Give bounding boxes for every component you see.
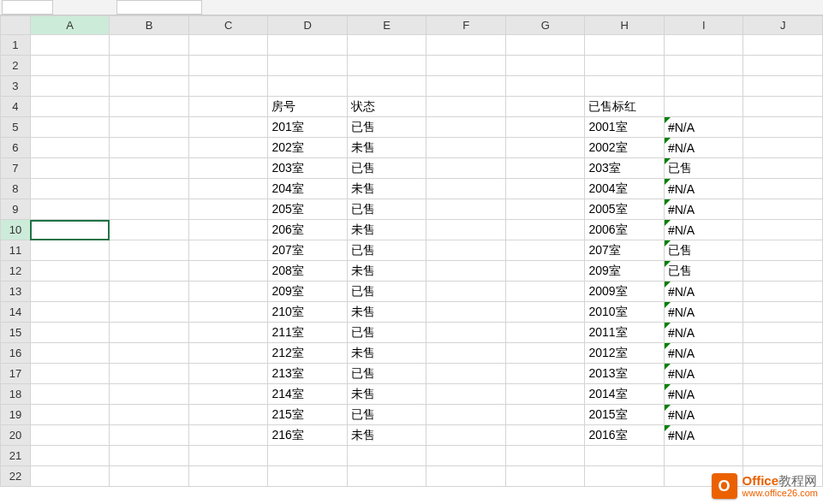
cell-D18[interactable]: 214室 <box>268 384 348 405</box>
cell-A6[interactable] <box>30 138 110 158</box>
col-header-A[interactable]: A <box>30 16 110 35</box>
cell-G4[interactable] <box>505 97 585 117</box>
cell-G6[interactable] <box>505 138 585 158</box>
cell-D13[interactable]: 209室 <box>268 282 348 302</box>
row-header-6[interactable]: 6 <box>1 138 31 158</box>
cell-C13[interactable] <box>188 282 268 302</box>
cell-B19[interactable] <box>110 405 189 425</box>
cell-H21[interactable] <box>585 446 665 466</box>
cell-B20[interactable] <box>110 425 189 446</box>
cell-D4[interactable]: 房号 <box>268 97 348 117</box>
cell-H7[interactable]: 203室 <box>585 158 665 179</box>
cell-G10[interactable] <box>505 220 585 240</box>
cell-C8[interactable] <box>188 179 268 199</box>
cell-F22[interactable] <box>426 466 506 487</box>
cell-I14[interactable]: #N/A <box>664 302 743 323</box>
col-header-D[interactable]: D <box>268 16 348 35</box>
cell-B7[interactable] <box>110 158 189 179</box>
cell-A10[interactable] <box>30 220 110 240</box>
cell-C2[interactable] <box>188 56 268 76</box>
row-header-9[interactable]: 9 <box>1 199 31 220</box>
cell-E5[interactable]: 已售 <box>347 117 426 138</box>
cell-J1[interactable] <box>743 35 823 56</box>
cell-J22[interactable] <box>743 466 823 487</box>
name-box[interactable] <box>2 0 53 15</box>
cell-B14[interactable] <box>110 302 189 323</box>
cell-H1[interactable] <box>585 35 665 56</box>
cell-G2[interactable] <box>505 56 585 76</box>
cell-J9[interactable] <box>743 199 823 220</box>
cell-F13[interactable] <box>426 282 506 302</box>
cell-C17[interactable] <box>188 364 268 384</box>
cell-H22[interactable] <box>585 466 665 487</box>
cell-B6[interactable] <box>110 138 189 158</box>
cell-J19[interactable] <box>743 405 823 425</box>
cell-A8[interactable] <box>30 179 110 199</box>
cell-B11[interactable] <box>110 240 189 261</box>
cell-I20[interactable]: #N/A <box>664 425 743 446</box>
row-header-1[interactable]: 1 <box>1 35 31 56</box>
cell-G1[interactable] <box>505 35 585 56</box>
row-header-10[interactable]: 10 <box>1 220 31 240</box>
cell-F20[interactable] <box>426 425 506 446</box>
cell-I17[interactable]: #N/A <box>664 364 743 384</box>
cell-C18[interactable] <box>188 384 268 405</box>
cell-G11[interactable] <box>505 240 585 261</box>
cell-G13[interactable] <box>505 282 585 302</box>
cell-I5[interactable]: #N/A <box>664 117 743 138</box>
cell-E8[interactable]: 未售 <box>347 179 426 199</box>
cell-E10[interactable]: 未售 <box>347 220 426 240</box>
cell-E18[interactable]: 未售 <box>347 384 426 405</box>
cell-E6[interactable]: 未售 <box>347 138 426 158</box>
cell-C7[interactable] <box>188 158 268 179</box>
cell-D14[interactable]: 210室 <box>268 302 348 323</box>
row-header-20[interactable]: 20 <box>1 425 31 446</box>
cell-B22[interactable] <box>110 466 189 487</box>
cell-I19[interactable]: #N/A <box>664 405 743 425</box>
cell-J4[interactable] <box>743 97 823 117</box>
cell-I1[interactable] <box>664 35 743 56</box>
cell-B8[interactable] <box>110 179 189 199</box>
cell-H18[interactable]: 2014室 <box>585 384 665 405</box>
cell-F21[interactable] <box>426 446 506 466</box>
cell-J20[interactable] <box>743 425 823 446</box>
cell-F16[interactable] <box>426 343 506 364</box>
cell-D16[interactable]: 212室 <box>268 343 348 364</box>
cell-C22[interactable] <box>188 466 268 487</box>
cell-H13[interactable]: 2009室 <box>585 282 665 302</box>
cell-A7[interactable] <box>30 158 110 179</box>
cell-J8[interactable] <box>743 179 823 199</box>
row-header-15[interactable]: 15 <box>1 323 31 343</box>
cell-A4[interactable] <box>30 97 110 117</box>
cell-D17[interactable]: 213室 <box>268 364 348 384</box>
cell-B1[interactable] <box>110 35 189 56</box>
cell-A21[interactable] <box>30 446 110 466</box>
cell-J13[interactable] <box>743 282 823 302</box>
cell-H12[interactable]: 209室 <box>585 261 665 282</box>
row-header-16[interactable]: 16 <box>1 343 31 364</box>
cell-B15[interactable] <box>110 323 189 343</box>
row-header-11[interactable]: 11 <box>1 240 31 261</box>
cell-B18[interactable] <box>110 384 189 405</box>
row-header-14[interactable]: 14 <box>1 302 31 323</box>
cell-B12[interactable] <box>110 261 189 282</box>
cell-D22[interactable] <box>268 466 348 487</box>
cell-G12[interactable] <box>505 261 585 282</box>
cell-E2[interactable] <box>347 56 426 76</box>
cell-E7[interactable]: 已售 <box>347 158 426 179</box>
cell-D10[interactable]: 206室 <box>268 220 348 240</box>
cell-I7[interactable]: 已售 <box>664 158 743 179</box>
cell-F14[interactable] <box>426 302 506 323</box>
cell-A19[interactable] <box>30 405 110 425</box>
cell-I11[interactable]: 已售 <box>664 240 743 261</box>
cell-J14[interactable] <box>743 302 823 323</box>
cell-J11[interactable] <box>743 240 823 261</box>
cell-E14[interactable]: 未售 <box>347 302 426 323</box>
cell-A14[interactable] <box>30 302 110 323</box>
cell-E15[interactable]: 已售 <box>347 323 426 343</box>
cell-F5[interactable] <box>426 117 506 138</box>
cell-I13[interactable]: #N/A <box>664 282 743 302</box>
row-header-21[interactable]: 21 <box>1 446 31 466</box>
cell-H15[interactable]: 2011室 <box>585 323 665 343</box>
cell-H3[interactable] <box>585 76 665 97</box>
